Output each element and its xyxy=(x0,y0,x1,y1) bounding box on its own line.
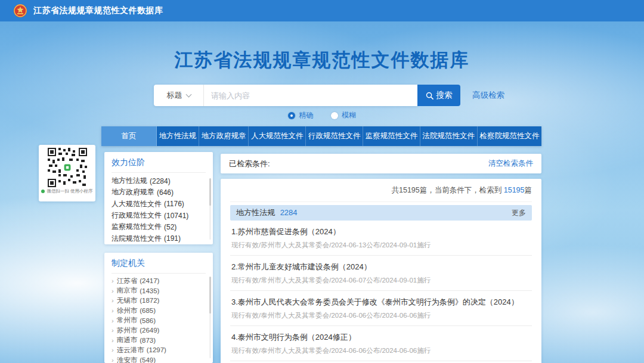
search-input[interactable] xyxy=(204,85,417,106)
result-title-link[interactable]: 1.苏州市慈善促进条例（2024） xyxy=(231,227,531,237)
search-box: 标题 xyxy=(154,85,417,106)
list-item[interactable]: › 苏州市 (2649) xyxy=(112,325,206,336)
list-item[interactable]: › 江苏省 (2417) xyxy=(112,276,206,286)
panel-title: 效力位阶 xyxy=(112,157,206,173)
list-item[interactable]: 地方性法规 (2284) xyxy=(112,175,206,187)
list-item[interactable]: 行政规范性文件 (10741) xyxy=(112,210,206,221)
results-count-number[interactable]: 15195 xyxy=(504,186,525,194)
qr-card: 微信扫一扫 使用小程序 xyxy=(39,145,95,201)
wechat-dot-icon xyxy=(41,190,45,193)
chevron-right-icon: › xyxy=(112,287,114,294)
chevron-right-icon: › xyxy=(112,327,114,334)
results-panel: 共15195篇，当前条件下，检索到 15195篇 地方性法规 2284 更多 1… xyxy=(221,179,541,363)
result-item: 2.常州市儿童友好城市建设条例（2024） 现行有效/常州市人大及其常委会/20… xyxy=(230,256,532,291)
scrollbar[interactable] xyxy=(209,178,211,240)
national-emblem-icon xyxy=(13,4,27,18)
mode-exact-label: 精确 xyxy=(299,110,313,120)
tab-npc-normative-docs[interactable]: 人大规范性文件 xyxy=(249,126,306,146)
list-item[interactable]: › 淮安市 (549) xyxy=(112,355,206,363)
mode-fuzzy-radio[interactable]: 模糊 xyxy=(331,110,356,120)
chevron-right-icon: › xyxy=(112,277,114,284)
conditions-label: 已检索条件: xyxy=(229,159,270,169)
list-item[interactable]: › 常州市 (586) xyxy=(112,315,206,325)
section-title: 地方性法规 2284 xyxy=(236,207,298,218)
main-nav-tabs: 首页 地方性法规 地方政府规章 人大规范性文件 行政规范性文件 监察规范性文件 … xyxy=(101,126,541,146)
scrollbar[interactable] xyxy=(209,277,211,358)
search-conditions-bar: 已检索条件: 清空检索条件 xyxy=(221,154,541,173)
tab-admin-normative-docs[interactable]: 行政规范性文件 xyxy=(306,126,363,146)
chevron-right-icon: › xyxy=(112,346,114,353)
top-bar: 江苏省法规规章规范性文件数据库 xyxy=(0,0,644,21)
result-meta: 现行有效/苏州市人大及其常委会/2024-06-13公布/2024-09-01施… xyxy=(231,241,531,250)
mode-exact-radio[interactable]: 精确 xyxy=(288,110,313,120)
list-item[interactable]: 法院规范性文件 (191) xyxy=(112,232,206,244)
list-item[interactable]: › 徐州市 (685) xyxy=(112,306,206,316)
result-meta: 现行有效/常州市人大及其常委会/2024-06-07公布/2024-09-01施… xyxy=(231,276,531,285)
app-title: 江苏省法规规章规范性文件数据库 xyxy=(33,5,163,16)
chevron-right-icon: › xyxy=(112,307,114,314)
tab-supervision-normative-docs[interactable]: 监察规范性文件 xyxy=(363,126,420,146)
tab-home[interactable]: 首页 xyxy=(101,126,157,146)
list-item[interactable]: 人大规范性文件 (1176) xyxy=(112,198,206,210)
tab-procuratorate-normative-docs[interactable]: 检察院规范性文件 xyxy=(478,126,541,146)
search-field-label: 标题 xyxy=(167,90,182,101)
chevron-down-icon xyxy=(185,91,191,97)
chevron-right-icon: › xyxy=(112,297,114,304)
tab-court-normative-docs[interactable]: 法院规范性文件 xyxy=(420,126,478,146)
search-field-select[interactable]: 标题 xyxy=(154,85,204,106)
result-title-link[interactable]: 3.泰州市人民代表大会常务委员会关于修改《泰州市文明行为条例》的决定（2024） xyxy=(231,297,531,308)
result-item: 1.苏州市慈善促进条例（2024） 现行有效/苏州市人大及其常委会/2024-0… xyxy=(230,221,532,256)
radio-unselected-icon xyxy=(331,112,338,119)
list-item[interactable]: 监察规范性文件 (52) xyxy=(112,221,206,232)
chevron-right-icon: › xyxy=(112,356,114,363)
result-title-link[interactable]: 4.泰州市文明行为条例（2024修正） xyxy=(231,332,531,343)
qr-code xyxy=(48,148,87,187)
effect-level-list: 地方性法规 (2284) 地方政府规章 (646) 人大规范性文件 (1176)… xyxy=(112,173,206,244)
qr-caption-text: 微信扫一扫 使用小程序 xyxy=(47,188,92,194)
search-icon xyxy=(426,92,434,100)
clear-conditions-link[interactable]: 清空检索条件 xyxy=(488,159,533,169)
result-title-link[interactable]: 2.常州市儿童友好城市建设条例（2024） xyxy=(231,262,531,272)
list-item[interactable]: › 南京市 (1435) xyxy=(112,286,206,296)
filter-panel-effect-level: 效力位阶 地方性法规 (2284) 地方政府规章 (646) 人大规范性文件 (… xyxy=(104,152,213,244)
chevron-right-icon: › xyxy=(112,317,114,324)
result-meta: 现行有效/泰州市人大及其常委会/2024-06-06公布/2024-06-06施… xyxy=(231,346,531,355)
result-item: 3.泰州市人民代表大会常务委员会关于修改《泰州市文明行为条例》的决定（2024）… xyxy=(230,291,532,326)
advanced-search-link[interactable]: 高级检索 xyxy=(472,90,504,101)
chevron-right-icon: › xyxy=(112,337,114,344)
authority-list: › 江苏省 (2417) › 南京市 (1435) › 无锡市 (1872) ›… xyxy=(112,274,206,363)
list-item[interactable]: › 连云港市 (1297) xyxy=(112,345,206,355)
result-item: 4.泰州市文明行为条例（2024修正） 现行有效/泰州市人大及其常委会/2024… xyxy=(230,326,532,361)
search-bar: 标题 搜索 高级检索 xyxy=(154,85,504,106)
list-item[interactable]: › 南通市 (873) xyxy=(112,336,206,346)
list-item[interactable]: 地方政府规章 (646) xyxy=(112,187,206,198)
tab-local-regulations[interactable]: 地方性法规 xyxy=(157,126,199,146)
result-meta: 现行有效/泰州市人大及其常委会/2024-06-06公布/2024-06-06施… xyxy=(231,311,531,320)
page-title: 江苏省法规规章规范性文件数据库 xyxy=(0,48,644,73)
list-item[interactable]: › 无锡市 (1872) xyxy=(112,296,206,306)
panel-title: 制定机关 xyxy=(112,258,206,274)
results-count: 共15195篇，当前条件下，检索到 15195篇 xyxy=(230,179,532,202)
page-background: 江苏省法规规章规范性文件数据库 江苏省法规规章规范性文件数据库 标题 搜索 高级… xyxy=(0,0,644,363)
more-link[interactable]: 更多 xyxy=(512,208,526,218)
section-header: 地方性法规 2284 更多 xyxy=(230,205,532,221)
filter-panel-authority: 制定机关 › 江苏省 (2417) › 南京市 (1435) › 无锡市 (18… xyxy=(104,253,213,363)
section-count: 2284 xyxy=(280,208,298,217)
search-button-label: 搜索 xyxy=(436,90,453,101)
mode-fuzzy-label: 模糊 xyxy=(342,110,356,120)
tab-local-gov-rules[interactable]: 地方政府规章 xyxy=(199,126,249,146)
match-mode-group: 精确 模糊 xyxy=(0,110,644,120)
radio-selected-icon xyxy=(288,112,295,119)
search-button[interactable]: 搜索 xyxy=(417,85,460,106)
qr-caption: 微信扫一扫 使用小程序 xyxy=(41,188,92,194)
